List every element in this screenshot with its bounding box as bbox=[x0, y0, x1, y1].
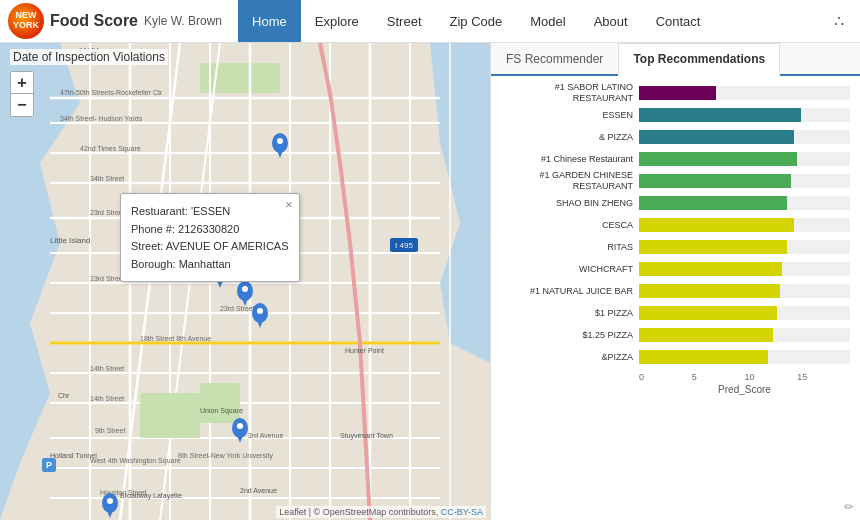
bar-fill-0 bbox=[639, 86, 716, 100]
svg-text:47th-50th Streets-Rockefeller : 47th-50th Streets-Rockefeller Ctr bbox=[60, 89, 163, 96]
bar-track-11 bbox=[639, 328, 850, 342]
bar-row-12: &PIZZA bbox=[499, 348, 850, 366]
svg-text:23rd Street: 23rd Street bbox=[220, 305, 255, 312]
popup-street: Street: AVENUE OF AMERICAS bbox=[131, 238, 289, 255]
zoom-controls: + − bbox=[10, 71, 34, 117]
svg-text:I 495: I 495 bbox=[395, 241, 413, 250]
x-axis-label: Pred_Score bbox=[639, 384, 850, 395]
svg-rect-34 bbox=[140, 393, 200, 438]
svg-text:Little Island: Little Island bbox=[50, 236, 90, 245]
bar-row-6: CESCA bbox=[499, 216, 850, 234]
x-axis-ticks: 0 5 10 15 bbox=[639, 370, 850, 382]
nav-explore[interactable]: Explore bbox=[301, 0, 373, 42]
bar-label-9: #1 NATURAL JUICE BAR bbox=[499, 286, 639, 297]
bar-track-9 bbox=[639, 284, 850, 298]
bar-track-2 bbox=[639, 130, 850, 144]
map-title: Date of Inspection Violations bbox=[10, 49, 168, 65]
bar-label-1: ESSEN bbox=[499, 110, 639, 121]
svg-text:Broadway Lafayette: Broadway Lafayette bbox=[120, 492, 182, 500]
bar-fill-12 bbox=[639, 350, 768, 364]
svg-text:P: P bbox=[46, 460, 52, 470]
app-logo: NEW YORK bbox=[8, 3, 44, 39]
attribution-link[interactable]: CC-BY-SA bbox=[441, 507, 483, 517]
bar-row-10: $1 PIZZA bbox=[499, 304, 850, 322]
bar-fill-9 bbox=[639, 284, 780, 298]
x-tick-0: 0 bbox=[639, 372, 692, 382]
bar-row-8: WICHCRAFT bbox=[499, 260, 850, 278]
bar-label-10: $1 PIZZA bbox=[499, 308, 639, 319]
x-tick-15: 15 bbox=[797, 372, 850, 382]
map-popup: × Restuarant: 'ESSEN Phone #: 2126330820… bbox=[120, 193, 300, 282]
user-name: Kyle W. Brown bbox=[144, 14, 222, 28]
svg-text:34th Street: 34th Street bbox=[90, 175, 124, 182]
bar-fill-6 bbox=[639, 218, 794, 232]
svg-text:West 4th Washington Square: West 4th Washington Square bbox=[90, 457, 181, 465]
svg-point-77 bbox=[237, 423, 243, 429]
bar-row-4: #1 GARDEN CHINESE RESTAURANT bbox=[499, 172, 850, 190]
nav-model[interactable]: Model bbox=[516, 0, 579, 42]
nav-about[interactable]: About bbox=[580, 0, 642, 42]
svg-rect-35 bbox=[200, 383, 240, 423]
main-content: Date of Inspection Violations bbox=[0, 43, 860, 520]
svg-text:Holland Tunnel: Holland Tunnel bbox=[50, 452, 97, 459]
bar-fill-5 bbox=[639, 196, 787, 210]
zoom-out-button[interactable]: − bbox=[11, 94, 33, 116]
edit-icon[interactable]: ✏ bbox=[844, 500, 854, 514]
nav-street[interactable]: Street bbox=[373, 0, 436, 42]
bar-row-11: $1.25 PIZZA bbox=[499, 326, 850, 344]
bar-fill-11 bbox=[639, 328, 773, 342]
bar-track-4 bbox=[639, 174, 850, 188]
tab-top-recommendations[interactable]: Top Recommendations bbox=[618, 43, 780, 76]
nav-menu: Home Explore Street Zip Code Model About… bbox=[238, 0, 714, 42]
bar-row-5: SHAO BIN ZHENG bbox=[499, 194, 850, 212]
bar-label-12: &PIZZA bbox=[499, 352, 639, 363]
svg-text:3rd Avenue: 3rd Avenue bbox=[248, 432, 283, 439]
bar-label-0: #1 SABOR LATINO RESTAURANT bbox=[499, 82, 639, 104]
zoom-in-button[interactable]: + bbox=[11, 72, 33, 94]
svg-text:34th Street- Hudson Yards: 34th Street- Hudson Yards bbox=[60, 115, 143, 122]
nav-home[interactable]: Home bbox=[238, 0, 301, 42]
bar-label-3: #1 Chinese Restaurant bbox=[499, 154, 639, 165]
bar-fill-3 bbox=[639, 152, 797, 166]
svg-text:8th Street-New York University: 8th Street-New York University bbox=[178, 452, 273, 460]
app-title: Food Score bbox=[50, 12, 138, 30]
bar-track-0 bbox=[639, 86, 850, 100]
svg-point-71 bbox=[242, 286, 248, 292]
map-background[interactable]: I 495 47th-50th Streets-Rockefeller Ctr … bbox=[0, 43, 490, 520]
popup-phone: Phone #: 2126330820 bbox=[131, 221, 289, 238]
tabs-header: FS Recommender Top Recommendations bbox=[491, 43, 860, 76]
nav-zipcode[interactable]: Zip Code bbox=[436, 0, 517, 42]
nav-contact[interactable]: Contact bbox=[642, 0, 715, 42]
popup-close-button[interactable]: × bbox=[285, 197, 293, 212]
bar-fill-4 bbox=[639, 174, 791, 188]
bar-label-6: CESCA bbox=[499, 220, 639, 231]
bar-row-7: RITAS bbox=[499, 238, 850, 256]
bar-track-1 bbox=[639, 108, 850, 122]
chart-container: #1 SABOR LATINO RESTAURANTESSEN& PIZZA#1… bbox=[499, 84, 850, 366]
bar-label-5: SHAO BIN ZHENG bbox=[499, 198, 639, 209]
svg-text:42nd Times Square: 42nd Times Square bbox=[80, 145, 141, 153]
bar-row-3: #1 Chinese Restaurant bbox=[499, 150, 850, 168]
svg-text:Stuyvesant Town: Stuyvesant Town bbox=[340, 432, 393, 440]
svg-text:Union Square: Union Square bbox=[200, 407, 243, 415]
svg-point-80 bbox=[107, 498, 113, 504]
x-tick-5: 5 bbox=[692, 372, 745, 382]
svg-text:2nd Avenue: 2nd Avenue bbox=[240, 487, 277, 494]
bar-label-11: $1.25 PIZZA bbox=[499, 330, 639, 341]
bar-track-10 bbox=[639, 306, 850, 320]
share-icon[interactable]: ∴ bbox=[826, 12, 852, 31]
svg-point-65 bbox=[277, 138, 283, 144]
map-attribution: Leaflet | © OpenStreetMap contributors, … bbox=[276, 506, 486, 518]
svg-text:Hunter Point: Hunter Point bbox=[345, 347, 384, 354]
bar-label-7: RITAS bbox=[499, 242, 639, 253]
chart-area: #1 SABOR LATINO RESTAURANTESSEN& PIZZA#1… bbox=[491, 76, 860, 520]
bar-row-1: ESSEN bbox=[499, 106, 850, 124]
svg-text:18th Street 8th Avenue: 18th Street 8th Avenue bbox=[140, 335, 211, 342]
bar-fill-2 bbox=[639, 130, 794, 144]
bar-fill-8 bbox=[639, 262, 782, 276]
navbar: NEW YORK Food Score Kyle W. Brown Home E… bbox=[0, 0, 860, 43]
bar-label-8: WICHCRAFT bbox=[499, 264, 639, 275]
x-tick-10: 10 bbox=[745, 372, 798, 382]
tab-fs-recommender[interactable]: FS Recommender bbox=[491, 43, 618, 74]
svg-rect-6 bbox=[200, 63, 280, 93]
